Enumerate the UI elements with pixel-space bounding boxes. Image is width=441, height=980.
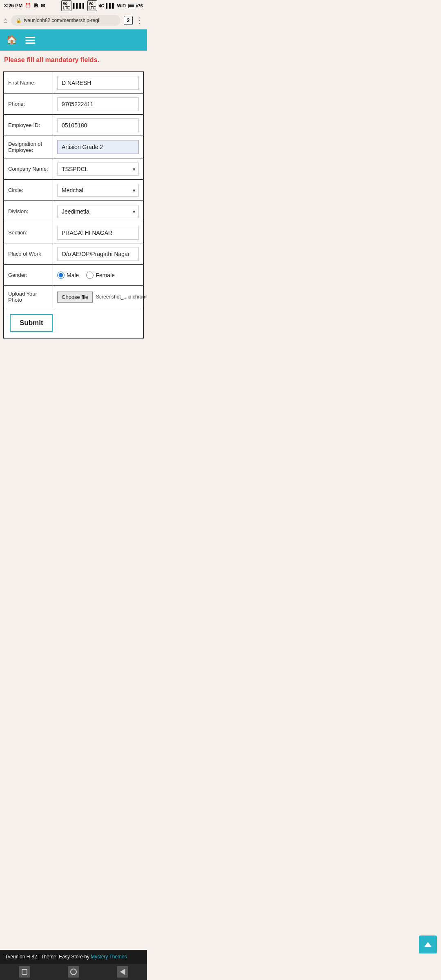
registration-form: First Name: Phone: Employee ID: Designat… xyxy=(3,71,144,339)
footer-banner: Tveunion H-82 | Theme: Easy Store by Mys… xyxy=(0,950,147,964)
gender-male-label: Male xyxy=(67,272,79,278)
nav-recent-button[interactable] xyxy=(19,966,30,978)
gender-radio-group: Male Female xyxy=(57,272,115,279)
battery-icon xyxy=(128,4,136,8)
menu-line-1 xyxy=(25,37,35,38)
warning-message: Please fill all mandatory fields. xyxy=(0,51,147,69)
submit-button[interactable]: Submit xyxy=(10,314,53,332)
file-upload-wrapper: Choose file Screenshot_...id.chrome.jpg xyxy=(57,292,147,303)
company-row: Company Name: TSSPDCL TSNPDCL Other xyxy=(4,158,143,180)
status-right: VoLTE ▌▌▌▌ VoLTE 4G ▌▌▌ WiFi 76 xyxy=(61,0,143,11)
gender-female-radio[interactable] xyxy=(86,272,94,279)
menu-line-3 xyxy=(25,42,35,44)
4g-icon: 4G xyxy=(99,4,104,8)
volte-icon: VoLTE xyxy=(61,0,71,11)
home-button-icon xyxy=(70,969,77,975)
company-field: TSSPDCL TSNPDCL Other xyxy=(53,158,143,179)
back-button-icon xyxy=(120,969,125,975)
gender-male-option[interactable]: Male xyxy=(57,272,79,279)
photo-field: Choose file Screenshot_...id.chrome.jpg xyxy=(53,286,147,308)
place-input[interactable] xyxy=(57,247,139,261)
phone-input[interactable] xyxy=(57,97,139,111)
place-label: Place of Work: xyxy=(4,243,53,264)
section-input[interactable] xyxy=(57,226,139,240)
submit-row: Submit xyxy=(4,308,143,338)
choose-file-button[interactable]: Choose file xyxy=(57,292,93,303)
division-row: Division: Jeedimetla Other xyxy=(4,201,143,222)
section-label: Section: xyxy=(4,222,53,243)
footer-link[interactable]: Mystery Themes xyxy=(91,954,127,960)
photo-label: Upload Your Photo xyxy=(4,286,53,308)
circle-field: Medchal Other xyxy=(53,180,143,200)
tab-count[interactable]: 2 xyxy=(124,16,133,25)
nav-home-icon[interactable]: 🏠 xyxy=(6,35,17,45)
file-name-display: Screenshot_...id.chrome.jpg xyxy=(96,294,147,300)
first-name-field xyxy=(53,72,143,93)
signal-icon: ▌▌▌▌ xyxy=(73,3,86,8)
mail-icon: ✉ xyxy=(41,3,45,9)
status-left: 3:26 PM ⏰ 🖹 ✉ xyxy=(4,3,45,9)
choose-file-label: Choose file xyxy=(62,294,88,300)
gender-field: Male Female xyxy=(53,265,143,285)
nav-home-button[interactable] xyxy=(68,966,79,978)
first-name-label: First Name: xyxy=(4,72,53,93)
designation-row: Designation of Employee: xyxy=(4,136,143,158)
gender-label: Gender: xyxy=(4,265,53,285)
designation-input[interactable] xyxy=(57,140,139,154)
circle-row: Circle: Medchal Other xyxy=(4,180,143,201)
url-text: tveunionh82.com/membership-regi xyxy=(24,18,99,23)
company-select-wrapper: TSSPDCL TSNPDCL Other xyxy=(57,163,139,176)
phone-field xyxy=(53,94,143,114)
circle-select[interactable]: Medchal Other xyxy=(57,184,139,197)
browser-home-icon[interactable]: ⌂ xyxy=(3,16,8,25)
phone-row: Phone: xyxy=(4,94,143,115)
phone-label: Phone: xyxy=(4,94,53,114)
division-select-wrapper: Jeedimetla Other xyxy=(57,205,139,218)
first-name-row: First Name: xyxy=(4,72,143,94)
time: 3:26 PM xyxy=(4,3,22,9)
menu-line-2 xyxy=(25,40,35,41)
photo-row: Upload Your Photo Choose file Screenshot… xyxy=(4,286,143,308)
volte2-icon: VoLTE xyxy=(87,0,97,11)
nav-header: 🏠 xyxy=(0,29,147,51)
division-select[interactable]: Jeedimetla Other xyxy=(57,205,139,218)
alarm-icon: ⏰ xyxy=(25,3,31,9)
gender-male-radio[interactable] xyxy=(57,272,65,279)
division-field: Jeedimetla Other xyxy=(53,201,143,222)
bottom-navigation-bar xyxy=(0,964,147,980)
recent-apps-icon xyxy=(22,969,27,975)
company-label: Company Name: xyxy=(4,158,53,179)
employee-id-input[interactable] xyxy=(57,118,139,132)
nav-back-button[interactable] xyxy=(117,966,128,978)
designation-label: Designation of Employee: xyxy=(4,136,53,158)
employee-id-row: Employee ID: xyxy=(4,115,143,136)
wifi-icon: WiFi xyxy=(117,3,127,8)
company-select[interactable]: TSSPDCL TSNPDCL Other xyxy=(57,163,139,176)
section-row: Section: xyxy=(4,222,143,243)
designation-field xyxy=(53,136,143,158)
first-name-input[interactable] xyxy=(57,76,139,90)
url-bar[interactable]: 🔒 tveunionh82.com/membership-regi xyxy=(11,15,120,26)
browser-bar: ⌂ 🔒 tveunionh82.com/membership-regi 2 ⋮ xyxy=(0,11,147,29)
place-field xyxy=(53,243,143,264)
place-row: Place of Work: xyxy=(4,243,143,265)
signal2-icon: ▌▌▌ xyxy=(106,3,115,8)
hamburger-menu[interactable] xyxy=(25,37,35,44)
footer-text: Tveunion H-82 | Theme: Easy Store by xyxy=(5,954,91,960)
employee-id-label: Employee ID: xyxy=(4,115,53,136)
sim-icon: 🖹 xyxy=(33,3,38,9)
division-label: Division: xyxy=(4,201,53,222)
status-bar: 3:26 PM ⏰ 🖹 ✉ VoLTE ▌▌▌▌ VoLTE 4G ▌▌▌ Wi… xyxy=(0,0,147,11)
employee-id-field xyxy=(53,115,143,136)
circle-select-wrapper: Medchal Other xyxy=(57,184,139,197)
browser-menu-icon[interactable]: ⋮ xyxy=(136,16,144,25)
circle-label: Circle: xyxy=(4,180,53,200)
lock-icon: 🔒 xyxy=(16,18,22,23)
battery-percent: 76 xyxy=(138,3,143,8)
gender-row: Gender: Male Female xyxy=(4,265,143,286)
gender-female-label: Female xyxy=(96,272,115,278)
gender-female-option[interactable]: Female xyxy=(86,272,115,279)
section-field xyxy=(53,222,143,243)
